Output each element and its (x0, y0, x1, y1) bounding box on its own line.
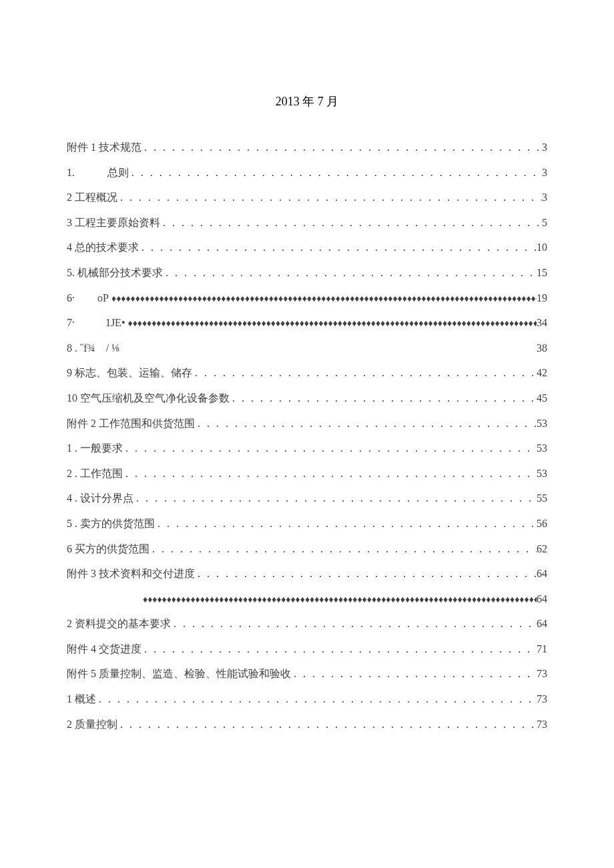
toc-label: 附件 3 技术资料和交付进度 (67, 562, 195, 585)
toc-page-number: 55 (537, 487, 547, 510)
toc-entry: ♦♦♦♦♦♦♦♦♦♦♦♦♦♦♦♦♦♦♦♦♦♦♦♦♦♦♦♦♦♦♦♦♦♦♦♦♦♦♦♦… (67, 588, 547, 610)
toc-page-number: 73 (537, 663, 547, 685)
toc-label: 1 . 一般要求 (67, 437, 123, 460)
toc-entry: 附件 1 技术规范. . . . . . . . . . . . . . . .… (67, 136, 547, 159)
toc-entry: 2 . 工作范围. . . . . . . . . . . . . . . . … (67, 462, 547, 485)
toc-leader: . . . . . . . . . . . . . . . . . . . . … (123, 437, 537, 460)
toc-page-number: 53 (537, 412, 547, 435)
toc-page-number: 62 (537, 538, 547, 560)
toc-label: 附件 5 质量控制、监造、检验、性能试验和验收 (67, 663, 291, 685)
toc-leader: . . . . . . . . . . . . . . . . . . . . … (155, 512, 537, 535)
toc-label: 附件 2 工作范围和供货范围 (67, 412, 195, 435)
toc-entry: 6·oP♦♦♦♦♦♦♦♦♦♦♦♦♦♦♦♦♦♦♦♦♦♦♦♦♦♦♦♦♦♦♦♦♦♦♦♦… (67, 287, 547, 310)
toc-label: 2 . 工作范围 (67, 462, 123, 485)
toc-entry: 1 . 一般要求. . . . . . . . . . . . . . . . … (67, 437, 547, 460)
toc-entry: 2 资料提交的基本要求. . . . . . . . . . . . . . .… (67, 612, 547, 635)
toc-label-2: 总则 (107, 161, 129, 184)
toc-leader: ♦♦♦♦♦♦♦♦♦♦♦♦♦♦♦♦♦♦♦♦♦♦♦♦♦♦♦♦♦♦♦♦♦♦♦♦♦♦♦♦… (125, 314, 537, 333)
toc-label: 10 空气压缩机及空气净化设备参数 (67, 387, 230, 410)
toc-entry: 附件 5 质量控制、监造、检验、性能试验和验收. . . . . . . . .… (67, 663, 547, 685)
toc-page-number: 64 (537, 612, 547, 635)
toc-entry: 3 工程主要原始资料. . . . . . . . . . . . . . . … (67, 211, 547, 234)
toc-leader: . . . . . . . . . . . . . . . . . . . . … (117, 713, 537, 736)
toc-label: 1. (67, 161, 75, 184)
toc-label: 5 . 卖方的供货范围 (67, 512, 155, 535)
toc-page-number: 38 (537, 337, 547, 360)
toc-leader: ♦♦♦♦♦♦♦♦♦♦♦♦♦♦♦♦♦♦♦♦♦♦♦♦♦♦♦♦♦♦♦♦♦♦♦♦♦♦♦♦… (140, 590, 537, 609)
toc-page-number: 3 (542, 186, 547, 209)
toc-entry: 4 总的技术要求. . . . . . . . . . . . . . . . … (67, 236, 547, 259)
toc-label-2: 1JE• (105, 312, 125, 334)
toc-label: 2 质量控制 (67, 713, 117, 736)
toc-label: 9 标志、包装、运输、储存 (67, 362, 192, 384)
toc-page-number: 71 (537, 638, 547, 661)
document-page: 2013 年 7 月 附件 1 技术规范. . . . . . . . . . … (0, 0, 614, 778)
toc-entry: 5 . 卖方的供货范围. . . . . . . . . . . . . . .… (67, 512, 547, 535)
toc-page-number: 73 (537, 688, 547, 711)
toc-leader: . . . . . . . . . . . . . . . . . . . . … (141, 136, 542, 159)
toc-entry: 9 标志、包装、运输、储存. . . . . . . . . . . . . .… (67, 362, 547, 384)
toc-leader: . . . . . . . . . . . . . . . . . . . . … (117, 186, 542, 209)
toc-page-number: 15 (537, 262, 547, 284)
toc-page-number: 64 (537, 588, 547, 610)
toc-page-number: 53 (537, 437, 547, 460)
toc-leader: . . . . . . . . . . . . . . . . . . . . … (230, 387, 537, 410)
toc-label: 3 工程主要原始资料 (67, 211, 160, 234)
toc-leader: . . . . . . . . . . . . . . . . . . . . … (129, 161, 542, 184)
toc-page-number: 10 (537, 236, 547, 259)
toc-page-number: 64 (537, 562, 547, 585)
toc-entry: 2 工程概况. . . . . . . . . . . . . . . . . … (67, 186, 547, 209)
toc-entry: 5. 机械部分技术要求. . . . . . . . . . . . . . .… (67, 262, 547, 284)
toc-entry: 1 概述. . . . . . . . . . . . . . . . . . … (67, 688, 547, 711)
toc-page-number: 42 (537, 362, 547, 384)
toc-page-number: 3 (542, 136, 547, 159)
toc-entry: 2 质量控制. . . . . . . . . . . . . . . . . … (67, 713, 547, 736)
toc-entry: 1.总则. . . . . . . . . . . . . . . . . . … (67, 161, 547, 184)
table-of-contents: 附件 1 技术规范. . . . . . . . . . . . . . . .… (67, 136, 547, 735)
toc-page-number: 5 (542, 211, 547, 234)
toc-leader: . . . . . . . . . . . . . . . . . . . . … (195, 412, 537, 435)
toc-leader: . . . . . . . . . . . . . . . . . . . . … (149, 538, 537, 560)
toc-leader: . . . . . . . . . . . . . . . . . . . . … (163, 262, 537, 284)
toc-leader: . . . . . . . . . . . . . . . . . . . . … (96, 688, 537, 711)
toc-page-number: 45 (537, 387, 547, 410)
toc-label: 附件 4 交货进度 (67, 638, 141, 661)
toc-label: 2 资料提交的基本要求 (67, 612, 171, 635)
toc-entry: 7·1JE•♦♦♦♦♦♦♦♦♦♦♦♦♦♦♦♦♦♦♦♦♦♦♦♦♦♦♦♦♦♦♦♦♦♦… (67, 312, 547, 334)
toc-page-number: 3 (542, 161, 547, 184)
toc-page-number: 73 (537, 713, 547, 736)
toc-label: 5. 机械部分技术要求 (67, 262, 163, 284)
toc-entry: 附件 4 交货进度. . . . . . . . . . . . . . . .… (67, 638, 547, 661)
toc-label: 4 . 设计分界点 (67, 487, 133, 510)
toc-entry: 附件 3 技术资料和交付进度. . . . . . . . . . . . . … (67, 562, 547, 585)
toc-page-number: 56 (537, 512, 547, 535)
toc-label: 附件 1 技术规范 (67, 136, 141, 159)
toc-label: 6 买方的供货范围 (67, 538, 149, 560)
toc-leader: ♦♦♦♦♦♦♦♦♦♦♦♦♦♦♦♦♦♦♦♦♦♦♦♦♦♦♦♦♦♦♦♦♦♦♦♦♦♦♦♦… (109, 289, 537, 308)
toc-leader: . . . . . . . . . . . . . . . . . . . . … (123, 462, 537, 485)
toc-label-2: oP (97, 287, 109, 310)
toc-leader: . . . . . . . . . . . . . . . . . . . . … (192, 362, 537, 384)
toc-label: 4 总的技术要求 (67, 236, 139, 259)
toc-page-number: 53 (537, 462, 547, 485)
toc-page-number: 19 (537, 287, 547, 310)
toc-leader: . . . . . . . . . . . . . . . . . . . . … (171, 612, 537, 635)
toc-leader: . . . . . . . . . . . . . . . . . . . . … (139, 236, 537, 259)
toc-label: 2 工程概况 (67, 186, 117, 209)
toc-entry: 4 . 设计分界点. . . . . . . . . . . . . . . .… (67, 487, 547, 510)
toc-leader: . . . . . . . . . . . . . . . . . . . . … (133, 487, 537, 510)
toc-label: 7· (67, 312, 75, 334)
document-date-title: 2013 年 7 月 (67, 93, 547, 109)
toc-leader: . . . . . . . . . . . . . . . . . . . . … (141, 638, 537, 661)
toc-label: 8 . ˝f¾ / ⅛ (67, 337, 119, 360)
toc-entry: 附件 2 工作范围和供货范围. . . . . . . . . . . . . … (67, 412, 547, 435)
toc-entry: 6 买方的供货范围. . . . . . . . . . . . . . . .… (67, 538, 547, 560)
toc-entry: 8 . ˝f¾ / ⅛ 38 (67, 337, 547, 360)
toc-label: 6· (67, 287, 75, 310)
toc-leader: . . . . . . . . . . . . . . . . . . . . … (195, 562, 537, 585)
toc-page-number: 34 (537, 312, 547, 334)
toc-label: 1 概述 (67, 688, 96, 711)
toc-leader: . . . . . . . . . . . . . . . . . . . . … (160, 211, 542, 234)
toc-leader: . . . . . . . . . . . . . . . . . . . . … (291, 663, 537, 685)
toc-entry: 10 空气压缩机及空气净化设备参数. . . . . . . . . . . .… (67, 387, 547, 410)
